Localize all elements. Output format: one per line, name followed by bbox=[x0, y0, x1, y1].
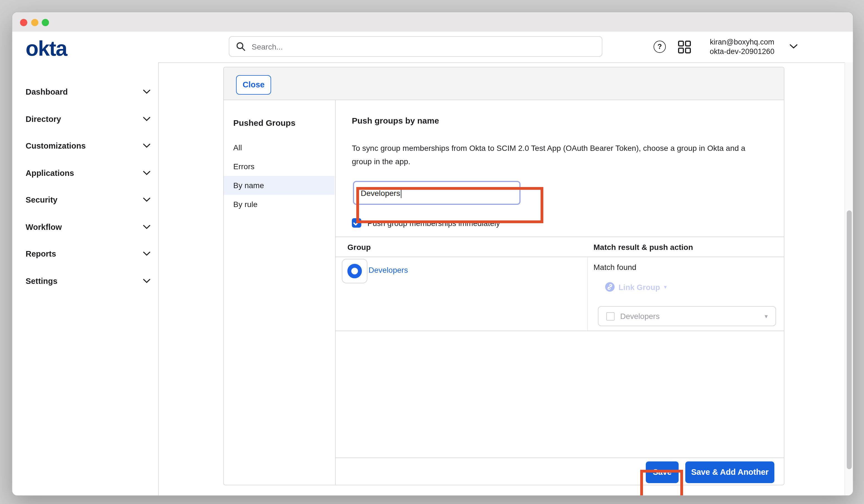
help-icon[interactable]: ? bbox=[653, 41, 666, 53]
chevron-down-icon bbox=[143, 171, 150, 175]
divider bbox=[335, 331, 784, 331]
group-avatar bbox=[342, 259, 368, 283]
sidebar-item-security[interactable]: Security bbox=[12, 191, 158, 208]
search-icon bbox=[236, 42, 245, 51]
column-header-group: Group bbox=[347, 243, 371, 252]
scrollbar-track[interactable] bbox=[844, 62, 853, 495]
group-icon bbox=[347, 264, 362, 278]
sidebar-nav: Dashboard Directory Customizations Appli… bbox=[12, 62, 159, 495]
search-box[interactable] bbox=[229, 36, 602, 57]
divider bbox=[335, 256, 784, 257]
window-minimize-button[interactable] bbox=[31, 19, 38, 26]
page-title: Push groups by name bbox=[352, 116, 439, 125]
subnav-item-by-rule[interactable]: By rule bbox=[224, 195, 335, 214]
subnav-item-by-name[interactable]: By name bbox=[224, 176, 335, 195]
link-group-label: Link Group bbox=[619, 283, 660, 291]
scrollbar-thumb[interactable] bbox=[847, 211, 851, 469]
subnav-title: Pushed Groups bbox=[233, 118, 295, 128]
column-divider bbox=[587, 257, 588, 331]
push-groups-panel: Close Pushed Groups All Errors By name B… bbox=[223, 67, 784, 485]
caret-down-icon: ▾ bbox=[664, 284, 667, 290]
sidebar-item-applications[interactable]: Applications bbox=[12, 165, 158, 181]
divider bbox=[335, 457, 784, 458]
match-result-text: Match found bbox=[593, 263, 636, 272]
desktop: okta ? kiran@boxyhq.com bbox=[0, 0, 864, 504]
panel-toolbar: Close bbox=[224, 67, 784, 100]
okta-logo: okta bbox=[26, 37, 67, 61]
app-window: okta ? kiran@boxyhq.com bbox=[12, 12, 853, 496]
link-group-button[interactable]: Link Group ▾ bbox=[605, 282, 667, 292]
sidebar-item-dashboard[interactable]: Dashboard bbox=[12, 84, 158, 100]
chevron-down-icon bbox=[143, 117, 150, 121]
annotation-highlight-input bbox=[356, 187, 543, 223]
app-header: okta ? kiran@boxyhq.com bbox=[12, 32, 853, 63]
save-add-another-button[interactable]: Save & Add Another bbox=[685, 461, 775, 483]
chevron-down-icon bbox=[143, 197, 150, 202]
pushed-groups-subnav: Pushed Groups All Errors By name By rule bbox=[224, 100, 336, 485]
chevron-down-icon[interactable] bbox=[789, 44, 798, 49]
app-group-select[interactable]: Developers ▾ bbox=[598, 306, 776, 326]
app-group-select-value: Developers bbox=[620, 312, 765, 321]
window-titlebar bbox=[12, 12, 853, 32]
group-link[interactable]: Developers bbox=[369, 265, 408, 274]
account-org: okta-dev-20901260 bbox=[697, 47, 787, 56]
account-menu[interactable]: kiran@boxyhq.com okta-dev-20901260 bbox=[697, 37, 787, 56]
sidebar-item-reports[interactable]: Reports bbox=[12, 245, 158, 262]
group-placeholder-icon bbox=[606, 312, 615, 320]
chevron-down-icon bbox=[143, 252, 150, 256]
apps-grid-icon[interactable] bbox=[677, 40, 692, 54]
close-button[interactable]: Close bbox=[236, 75, 271, 95]
description-text: To sync group memberships from Okta to S… bbox=[352, 141, 753, 168]
account-email: kiran@boxyhq.com bbox=[697, 37, 787, 47]
chevron-down-icon bbox=[143, 279, 150, 283]
sidebar-item-workflow[interactable]: Workflow bbox=[12, 218, 158, 235]
chevron-down-icon bbox=[143, 225, 150, 229]
sidebar-item-customizations[interactable]: Customizations bbox=[12, 137, 158, 154]
column-header-match-result: Match result & push action bbox=[593, 243, 693, 252]
annotation-highlight-save bbox=[640, 470, 683, 496]
sidebar-item-settings[interactable]: Settings bbox=[12, 273, 158, 289]
subnav-item-errors[interactable]: Errors bbox=[224, 157, 335, 176]
search-input[interactable] bbox=[251, 41, 595, 51]
window-close-button[interactable] bbox=[20, 19, 27, 26]
sidebar-item-directory[interactable]: Directory bbox=[12, 110, 158, 127]
chevron-down-icon bbox=[143, 89, 150, 94]
subnav-item-all[interactable]: All bbox=[224, 138, 335, 157]
window-zoom-button[interactable] bbox=[42, 19, 49, 26]
link-icon bbox=[605, 282, 615, 292]
caret-down-icon: ▾ bbox=[765, 313, 768, 320]
divider bbox=[335, 237, 784, 237]
chevron-down-icon bbox=[143, 144, 150, 148]
